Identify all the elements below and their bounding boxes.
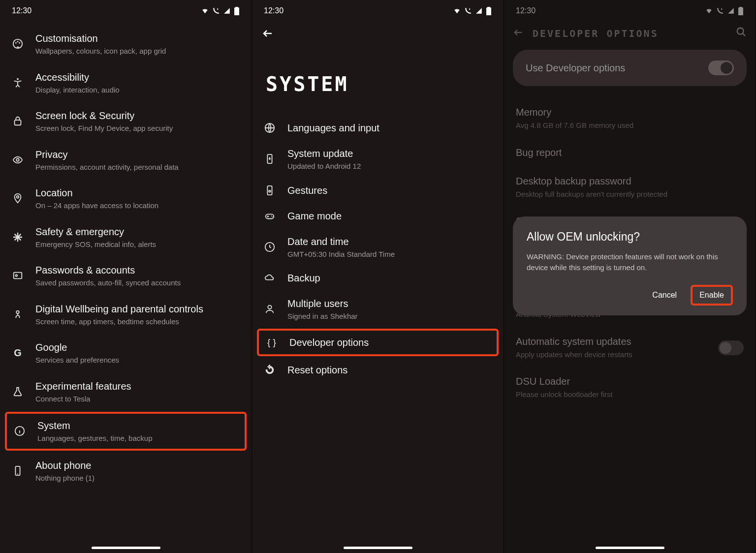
settings-row-date-and-time[interactable]: Date and timeGMT+05:30 India Standard Ti… — [252, 229, 504, 266]
enable-button[interactable]: Enable — [691, 285, 733, 306]
row-title: Screen lock & Security — [35, 109, 241, 122]
master-toggle[interactable]: Use Developer options — [513, 50, 747, 86]
row-title: Developer options — [289, 336, 491, 349]
settings-row-privacy[interactable]: PrivacyPermissions, account activity, pe… — [0, 141, 252, 180]
info-icon — [13, 426, 27, 436]
svg-point-9 — [15, 275, 17, 276]
wifi-icon — [201, 7, 209, 14]
status-icons — [705, 7, 744, 15]
toggle-label: Use Developer options — [526, 62, 625, 74]
google-icon: G — [11, 347, 25, 359]
settings-row-multiple-users[interactable]: Multiple usersSigned in as Shekhar — [252, 291, 504, 328]
settings-row-customisation[interactable]: CustomisationWallpapers, colours, icon p… — [0, 25, 252, 63]
row-title: Multiple users — [287, 297, 493, 310]
wifi-icon — [705, 7, 713, 14]
svg-rect-5 — [15, 120, 21, 125]
row-title: Safety & emergency — [35, 225, 241, 238]
row-subtitle: Emergency SOS, medical info, alerts — [35, 240, 241, 249]
back-button[interactable] — [513, 27, 524, 40]
row-subtitle: Saved passwords, auto-fill, synced accou… — [35, 278, 241, 288]
oem-unlock-dialog: Allow OEM unlocking? WARNING: Device pro… — [513, 216, 747, 315]
cancel-button[interactable]: Cancel — [644, 286, 685, 305]
settings-row-about-phone[interactable]: About phoneNothing phone (1) — [0, 452, 252, 491]
search-button[interactable] — [736, 27, 747, 40]
gamepad-icon — [263, 211, 277, 221]
settings-row-reset-options[interactable]: Reset options — [252, 357, 504, 383]
row-title: Accessibility — [35, 71, 241, 84]
settings-row-system-update[interactable]: System updateUpdated to Android 12 — [252, 141, 504, 178]
dev-option-automatic-system-updates[interactable]: Automatic system updatesApply updates wh… — [504, 327, 756, 368]
row-title: Location — [35, 186, 241, 199]
arrow-left-icon — [513, 27, 524, 38]
row-subtitle: Screen lock, Find My Device, app securit… — [35, 123, 241, 133]
row-subtitle: Desktop full backups aren't currently pr… — [516, 189, 744, 199]
battery-icon — [234, 7, 240, 15]
dev-option-memory[interactable]: MemoryAvg 4.8 GB of 7.6 GB memory used — [504, 98, 756, 138]
status-bar: 12:30 — [0, 0, 252, 22]
dev-option-dsu-loader[interactable]: DSU LoaderPlease unlock bootloader first — [504, 367, 756, 407]
row-title: Desktop backup password — [516, 175, 744, 187]
settings-row-experimental-features[interactable]: Experimental featuresConnect to Tesla — [0, 372, 252, 411]
settings-row-safety-emergency[interactable]: Safety & emergencyEmergency SOS, medical… — [0, 218, 252, 257]
settings-row-accessibility[interactable]: AccessibilityDisplay, interaction, audio — [0, 63, 252, 102]
dev-option-desktop-backup-password[interactable]: Desktop backup passwordDesktop full back… — [504, 167, 756, 207]
row-subtitle: On – 24 apps have access to location — [35, 201, 241, 211]
svg-point-10 — [16, 310, 19, 313]
settings-row-google[interactable]: GGoogleServices and preferences — [0, 334, 252, 372]
status-time: 12:30 — [264, 6, 284, 15]
svg-point-7 — [17, 196, 19, 198]
row-subtitle: Permissions, account activity, personal … — [35, 162, 241, 172]
status-icons — [201, 7, 240, 15]
row-title: About phone — [35, 459, 241, 472]
svg-point-3 — [19, 42, 20, 44]
clock-icon — [263, 242, 277, 252]
row-title: Experimental features — [35, 380, 241, 393]
braces-icon: { } — [265, 337, 279, 348]
row-title: Google — [35, 341, 241, 354]
row-subtitle: GMT+05:30 India Standard Time — [287, 249, 493, 259]
search-icon — [736, 27, 747, 37]
svg-point-18 — [271, 215, 272, 216]
settings-row-digital-wellbeing-and-parental-controls[interactable]: Digital Wellbeing and parental controlsS… — [0, 295, 252, 334]
row-title: Digital Wellbeing and parental controls — [35, 303, 241, 315]
row-title: Date and time — [287, 235, 493, 248]
settings-row-location[interactable]: LocationOn – 24 apps have access to loca… — [0, 179, 252, 218]
settings-row-backup[interactable]: Backup — [252, 265, 504, 291]
row-subtitle: Wallpapers, colours, icon pack, app grid — [35, 46, 241, 56]
settings-row-screen-lock-security[interactable]: Screen lock & SecurityScreen lock, Find … — [0, 102, 252, 141]
settings-row-languages-and-input[interactable]: Languages and input — [252, 115, 504, 141]
dev-option-bug-report[interactable]: Bug report — [504, 138, 756, 167]
gesture-icon — [263, 185, 277, 196]
toggle-switch[interactable] — [718, 340, 744, 355]
call-icon — [716, 7, 724, 14]
medical-icon — [11, 232, 25, 243]
settings-panel: 12:30 CustomisationWallpapers, colours, … — [0, 0, 252, 553]
settings-row-gestures[interactable]: Gestures — [252, 178, 504, 203]
svg-point-19 — [272, 216, 273, 217]
toggle-switch[interactable] — [708, 61, 734, 75]
svg-point-4 — [17, 78, 19, 80]
location-icon — [11, 193, 25, 204]
settings-row-game-mode[interactable]: Game mode — [252, 203, 504, 229]
wifi-icon — [453, 7, 461, 14]
row-title: System — [37, 419, 239, 432]
settings-row-passwords-accounts[interactable]: Passwords & accountsSaved passwords, aut… — [0, 256, 252, 295]
status-time: 12:30 — [516, 6, 536, 15]
developer-options-panel: 12:30 DEVELOPER OPTIONS Use Developer op… — [504, 0, 756, 553]
row-title: Memory — [516, 106, 744, 119]
key-icon — [11, 270, 25, 281]
back-button[interactable] — [252, 22, 504, 48]
wellbeing-icon — [11, 309, 25, 320]
row-title: Customisation — [35, 32, 241, 45]
row-title: Passwords & accounts — [35, 264, 241, 276]
cloud-icon — [263, 273, 277, 283]
settings-row-developer-options[interactable]: { }Developer options — [257, 329, 499, 356]
svg-point-22 — [737, 28, 744, 34]
settings-row-system[interactable]: SystemLanguages, gestures, time, backup — [5, 412, 247, 451]
nav-indicator — [92, 547, 160, 549]
row-title: Game mode — [287, 210, 493, 222]
arrow-left-icon — [262, 28, 274, 39]
row-title: Languages and input — [287, 122, 493, 134]
row-subtitle: Signed in as Shekhar — [287, 311, 493, 321]
accessibility-icon — [11, 77, 25, 88]
